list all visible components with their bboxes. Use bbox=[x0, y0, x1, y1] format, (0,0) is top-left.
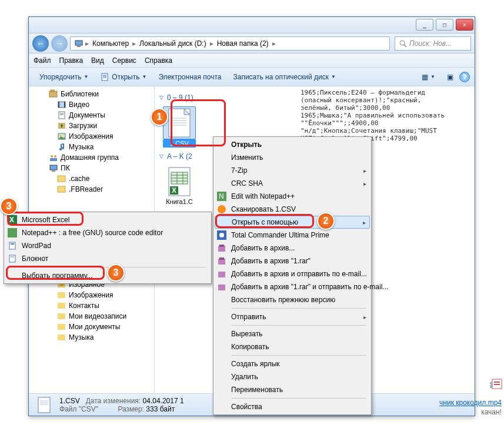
open-button[interactable]: Открыть▼ bbox=[94, 70, 152, 84]
ctx-7zip[interactable]: 7-Zip bbox=[215, 164, 370, 177]
tree-images2[interactable]: Изображения bbox=[29, 290, 154, 300]
svg-rect-68 bbox=[8, 228, 17, 237]
annotation-badge-3a: 3 bbox=[0, 198, 18, 215]
menu-file[interactable]: Файл bbox=[34, 56, 51, 65]
winrar-icon bbox=[217, 243, 226, 253]
svg-rect-31 bbox=[58, 292, 65, 298]
burn-button[interactable]: Записать на оптический диск▼ bbox=[228, 71, 342, 83]
svg-rect-69 bbox=[9, 242, 15, 249]
svg-rect-26 bbox=[58, 186, 65, 192]
back-button[interactable]: ← bbox=[32, 35, 49, 52]
ctx-archive-add[interactable]: Добавить в архив... bbox=[215, 242, 370, 255]
tree-myvideo[interactable]: Мои видеозаписи bbox=[29, 311, 154, 322]
ctx-shortcut[interactable]: Создать ярлык bbox=[215, 357, 370, 370]
titlebar: _ □ × bbox=[29, 17, 475, 34]
svg-rect-25 bbox=[58, 176, 65, 182]
app-notepad[interactable]: Блокнот bbox=[5, 252, 210, 265]
svg-rect-35 bbox=[58, 334, 65, 340]
svg-rect-0 bbox=[75, 41, 82, 45]
svg-point-20 bbox=[51, 155, 53, 158]
tree-homegroup[interactable]: Домашняя группа bbox=[29, 152, 154, 163]
toolbar: Упорядочить▼ Открыть▼ Электронная почта … bbox=[29, 68, 475, 86]
wordpad-icon bbox=[8, 241, 17, 250]
search-icon bbox=[399, 39, 407, 48]
menu-edit[interactable]: Правка bbox=[59, 56, 84, 65]
ctx-copy[interactable]: Копировать bbox=[215, 340, 370, 353]
annotation-badge-2: 2 bbox=[317, 212, 335, 230]
svg-rect-12 bbox=[64, 102, 65, 108]
file-1csv[interactable]: 1.CSV bbox=[163, 106, 196, 148]
tree-fbreader[interactable]: .FBReader bbox=[29, 184, 154, 195]
search-input[interactable]: Поиск: Нов... bbox=[395, 36, 471, 51]
menu-tools[interactable]: Сервис bbox=[112, 56, 136, 65]
svg-point-59 bbox=[219, 233, 224, 237]
ctx-scan[interactable]: Сканировать 1.CSV bbox=[215, 203, 370, 216]
tree-images[interactable]: Изображения bbox=[29, 131, 154, 142]
app-npp[interactable]: Notepad++ : a free (GNU) source code edi… bbox=[5, 226, 210, 239]
ctx-sendto[interactable]: Отправить bbox=[215, 310, 370, 323]
crumb-drive[interactable]: Локальный диск (D:) bbox=[138, 39, 208, 48]
ctx-archive-email[interactable]: Добавить в архив и отправить по e-mail..… bbox=[215, 267, 370, 280]
tree-pc[interactable]: ПК bbox=[29, 163, 154, 173]
tree-documents[interactable]: Документы bbox=[29, 110, 154, 121]
ctx-archive-1rar[interactable]: Добавить в архив "1.rar" bbox=[215, 255, 370, 267]
ctx-npp[interactable]: NEdit with Notepad++ bbox=[215, 190, 370, 203]
tree-music[interactable]: Музыка bbox=[29, 142, 154, 152]
ctx-rename[interactable]: Переименовать bbox=[215, 383, 370, 396]
svg-text:X: X bbox=[172, 186, 176, 195]
svg-line-3 bbox=[404, 45, 406, 47]
notepadpp-icon: N bbox=[217, 192, 226, 201]
organize-button[interactable]: Упорядочить▼ bbox=[34, 71, 94, 83]
svg-point-21 bbox=[54, 155, 56, 158]
ctx-restore[interactable]: Восстановить прежнюю версию bbox=[215, 293, 370, 306]
ctx-cut[interactable]: Вырезать bbox=[215, 327, 370, 340]
tree-mydocs[interactable]: Мои документы bbox=[29, 322, 154, 332]
context-menu: Открыть Изменить 7-Zip CRC SHA NEdit wit… bbox=[213, 136, 372, 415]
file-book1[interactable]: X Книга1.C bbox=[163, 165, 196, 205]
svg-rect-4 bbox=[102, 73, 108, 81]
crumb-computer[interactable]: Компьютер bbox=[91, 39, 131, 48]
notepadpp-icon bbox=[8, 228, 17, 237]
svg-point-57 bbox=[218, 205, 226, 213]
address-bar: ← → ▸ Компьютер▸ Локальный диск (D:)▸ Но… bbox=[29, 34, 475, 53]
help-button[interactable]: ? bbox=[459, 72, 470, 82]
ctx-properties[interactable]: Свойства bbox=[215, 400, 370, 413]
tree-contacts[interactable]: Контакты bbox=[29, 300, 154, 311]
ctx-openwith[interactable]: Открыть с помощью bbox=[215, 216, 370, 229]
minimize-button[interactable]: _ bbox=[416, 19, 433, 31]
aside-link-2[interactable]: чник крокодил.mp4 bbox=[439, 399, 502, 407]
maximize-button[interactable]: □ bbox=[436, 19, 453, 31]
status-date: 04.04.2017 1 bbox=[143, 397, 184, 405]
status-file-icon bbox=[35, 396, 54, 414]
ctx-archive-1rar-email[interactable]: Добавить в архив "1.rar" и отправить по … bbox=[215, 280, 370, 293]
tree-music2[interactable]: Музыка bbox=[29, 332, 154, 343]
ctx-open[interactable]: Открыть bbox=[215, 138, 370, 151]
svg-rect-24 bbox=[52, 170, 55, 172]
ctx-crc[interactable]: CRC SHA bbox=[215, 177, 370, 190]
forward-button[interactable]: → bbox=[51, 35, 68, 52]
svg-rect-74 bbox=[494, 382, 500, 383]
svg-rect-11 bbox=[58, 102, 59, 108]
email-button[interactable]: Электронная почта bbox=[152, 71, 227, 83]
annotation-badge-3b: 3 bbox=[107, 264, 125, 282]
menu-view[interactable]: Вид bbox=[91, 56, 104, 65]
excel-file-icon: X bbox=[166, 166, 192, 197]
app-excel[interactable]: XMicrosoft Excel bbox=[5, 213, 210, 226]
breadcrumb[interactable]: ▸ Компьютер▸ Локальный диск (D:)▸ Новая … bbox=[70, 36, 390, 51]
menu-help[interactable]: Справка bbox=[145, 56, 172, 65]
crumb-folder[interactable]: Новая папка (2) bbox=[215, 39, 271, 48]
status-size: 333 байт bbox=[146, 405, 175, 413]
ctx-delete[interactable]: Удалить bbox=[215, 370, 370, 383]
tree-downloads[interactable]: Загрузки bbox=[29, 121, 154, 131]
ctx-edit[interactable]: Изменить bbox=[215, 151, 370, 164]
svg-rect-70 bbox=[11, 243, 14, 245]
tree-cache[interactable]: .cache bbox=[29, 173, 154, 184]
tree-libraries[interactable]: Библиотеки bbox=[29, 89, 154, 99]
app-wordpad[interactable]: WordPad bbox=[5, 239, 210, 252]
close-button[interactable]: × bbox=[456, 19, 473, 31]
preview-pane-button[interactable]: ▣ bbox=[441, 71, 459, 83]
view-options-button[interactable]: ▦▼ bbox=[416, 71, 441, 83]
svg-rect-9 bbox=[51, 90, 54, 92]
tree-video[interactable]: Видео bbox=[29, 99, 154, 110]
ctx-tc[interactable]: Total Commander Ultima Prime bbox=[215, 229, 370, 242]
